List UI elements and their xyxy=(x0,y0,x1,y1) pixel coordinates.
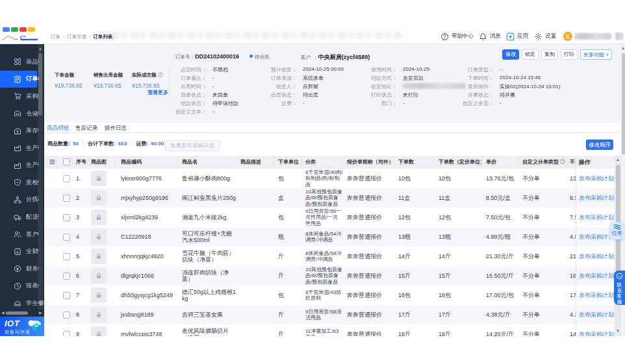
cell-no: 1 xyxy=(73,175,88,182)
cell-check xyxy=(57,252,73,260)
sidebar-item-8-质检[interactable]: 质检› xyxy=(0,174,37,191)
table-scrollbar[interactable]: ▲ ▼ xyxy=(615,156,621,336)
row-checkbox[interactable] xyxy=(63,175,70,182)
cell-qty: 11盒 xyxy=(395,194,434,202)
product-image-placeholder[interactable] xyxy=(91,249,107,264)
cell-act: 发布采购计划 xyxy=(576,169,615,188)
breadcrumb-item[interactable]: 订单 xyxy=(51,34,60,40)
modify-sequence-button[interactable]: 修改顺序 xyxy=(586,140,613,150)
task-widget[interactable]: 任务 xyxy=(609,222,625,239)
sidebar-item-5-库存[interactable]: 库存› xyxy=(0,122,37,140)
table-scroll-down-icon[interactable]: ▼ xyxy=(615,328,621,334)
field-value: - xyxy=(500,100,502,106)
publish-purchase-plan-link[interactable]: 发布采购计划 xyxy=(579,194,614,202)
order-action-复制[interactable]: 复制 xyxy=(541,49,558,60)
product-image-placeholder[interactable] xyxy=(91,287,107,303)
row-checkbox[interactable] xyxy=(63,292,70,299)
sidebar-item-7-生产[interactable]: 生产› xyxy=(0,156,37,174)
info-icon[interactable]: ? xyxy=(158,72,163,77)
publish-purchase-plan-link[interactable]: 发布采购计划 xyxy=(579,330,614,337)
order-action-锁定[interactable]: 锁定 xyxy=(522,49,539,60)
field-label: 订单备注： xyxy=(181,75,207,82)
publish-purchase-plan-link[interactable]: 发布采购计划 xyxy=(579,311,614,319)
chevron-right-icon: › xyxy=(37,75,39,82)
header-check[interactable] xyxy=(57,156,73,169)
items-table: 序号商品图商品编码商品名商品描述下单单位分类报价单简称（对外）下单数下单数（定价… xyxy=(44,156,615,336)
view-more-link[interactable]: 查看更多 xyxy=(147,89,168,96)
field-value: 实操02(2024-10-24 16:01) xyxy=(500,83,560,90)
cell-price: 4.38元/斤 xyxy=(482,311,518,319)
cell-no: 4 xyxy=(73,234,88,240)
row-checkbox[interactable] xyxy=(63,253,70,260)
product-image-placeholder[interactable] xyxy=(91,229,107,245)
page-scroll-thumb[interactable] xyxy=(622,53,625,154)
row-checkbox[interactable] xyxy=(63,331,70,336)
field-value: 2024-10-24 15:46 xyxy=(500,75,541,80)
product-image-placeholder[interactable] xyxy=(91,171,107,186)
order-action-更多功能[interactable]: 更多功能 ∨ xyxy=(580,49,612,60)
header-商品图: 商品图 xyxy=(88,156,116,169)
row-checkbox[interactable] xyxy=(63,195,70,202)
product-image-placeholder[interactable] xyxy=(91,307,107,322)
cell-code: dlgrqkjc1066 xyxy=(116,273,178,279)
table-scroll-up-icon[interactable]: ▲ xyxy=(615,157,621,162)
contact-service-widget[interactable]: 联系客服 xyxy=(614,271,625,305)
sidebar-item-4-仓储[interactable]: 仓储› xyxy=(0,105,37,123)
sidebar-scroll-up-icon[interactable]: ▲ xyxy=(38,47,43,51)
sidebar-item-13-财务[interactable]: 财务› xyxy=(0,260,37,278)
order-action-修改[interactable]: 修改 xyxy=(502,49,519,60)
sidebar-item-12-业财[interactable]: 业财› xyxy=(0,243,37,260)
sidebar-item-10-配送[interactable]: 配送› xyxy=(0,208,37,226)
sidebar-item-15-学生餐[interactable]: 学生餐› xyxy=(0,295,37,312)
product-image-placeholder[interactable] xyxy=(91,326,107,336)
row-checkbox[interactable] xyxy=(63,311,70,319)
tab-售后记录[interactable]: 售后记录 xyxy=(75,125,97,132)
sidebar-item-1-商品[interactable]: 商品› xyxy=(0,53,37,71)
topmenu-bell[interactable]: 消息 xyxy=(479,31,501,42)
publish-purchase-plan-link[interactable]: 发布采购计划 xyxy=(579,291,614,300)
table-scroll-thumb[interactable] xyxy=(616,165,620,278)
publish-purchase-plan-link[interactable]: 发布采购计划 xyxy=(579,252,614,261)
publish-purchase-plan-link[interactable]: 发布采购计划 xyxy=(579,272,614,280)
iot-banner[interactable]: IOT 设备与环境 xyxy=(0,317,44,336)
sidebar-scroll-right-icon[interactable]: ▶ xyxy=(39,311,42,315)
goods-icon xyxy=(14,58,21,66)
topmenu-label: 应用 xyxy=(517,32,528,40)
field-label: 结款方式： xyxy=(371,75,397,82)
publish-purchase-plan-link[interactable]: 发布采购计划 xyxy=(579,175,614,183)
breadcrumb-item[interactable]: 订单管理 xyxy=(67,34,86,40)
publish-purchase-plan-link[interactable]: 发布采购计划 xyxy=(579,213,614,222)
column-settings-icon[interactable] xyxy=(49,158,56,165)
sidebar-item-11-客户[interactable]: 客户› xyxy=(0,226,37,243)
info-icon[interactable]: ? xyxy=(560,159,565,164)
tab-商品明细[interactable]: 商品明细 xyxy=(47,125,69,132)
row-checkbox[interactable] xyxy=(63,234,70,241)
avatar[interactable]: 实 xyxy=(563,32,572,41)
header-商品描述: 商品描述 xyxy=(236,156,274,169)
tab-操作日志[interactable]: 操作日志 xyxy=(105,125,127,132)
batch-publish-button[interactable]: 批量发布采购计划 xyxy=(165,140,220,151)
sidebar-item-14-报表[interactable]: 报表› xyxy=(0,278,37,295)
order-action-打印[interactable]: 打印 xyxy=(561,49,578,60)
product-image-placeholder[interactable] xyxy=(91,268,107,284)
field-label: 运费： xyxy=(281,100,297,107)
sidebar-item-6-生产[interactable]: 生产› xyxy=(0,140,37,157)
field-label: 运营时间： xyxy=(181,66,207,73)
row-checkbox[interactable] xyxy=(63,273,70,280)
sidebar-item-3-采购[interactable]: 采购› xyxy=(0,88,37,105)
select-all-checkbox[interactable] xyxy=(63,158,70,165)
product-image-placeholder[interactable] xyxy=(91,210,107,225)
sidebar-item-label: 学生餐 xyxy=(26,299,44,308)
topmenu-help[interactable]: 帮助中心 xyxy=(440,31,474,42)
sidebar-item-2-订单[interactable]: 订单› xyxy=(0,71,37,88)
cell-img xyxy=(88,190,116,206)
topmenu-apps[interactable]: 应用 xyxy=(506,31,528,42)
topmenu-gear[interactable]: 设置 xyxy=(534,31,556,42)
product-image-placeholder[interactable] xyxy=(91,190,107,206)
page-scroll-up-icon[interactable]: ▲ xyxy=(621,45,625,51)
row-checkbox[interactable] xyxy=(63,214,70,221)
cell-act: 发布采购计划 xyxy=(576,247,615,266)
sidebar-item-9-分拣[interactable]: 分拣› xyxy=(0,191,37,209)
publish-purchase-plan-link[interactable]: 发布采购计划 xyxy=(579,233,614,241)
customer-icon xyxy=(14,230,21,238)
